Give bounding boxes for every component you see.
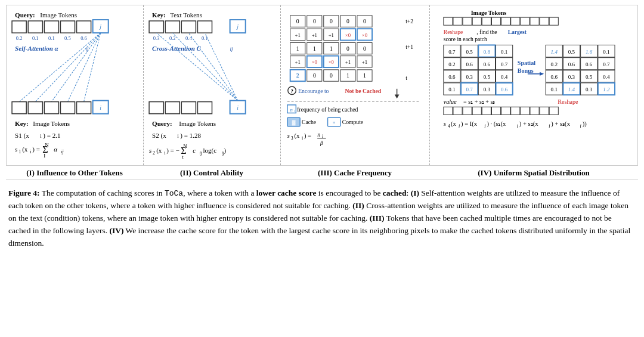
svg-text:+1: +1 [295, 32, 301, 38]
svg-text:0.6: 0.6 [448, 74, 456, 80]
svg-text:n: n [317, 131, 320, 138]
svg-text:▓: ▓ [292, 120, 296, 126]
svg-text:t+1: t+1 [405, 44, 413, 50]
svg-text:4: 4 [448, 123, 450, 129]
svg-text:Spatial: Spatial [518, 60, 535, 66]
svg-text:score in each patch: score in each patch [444, 36, 487, 42]
svg-text:i: i [237, 104, 239, 111]
svg-text:0.1: 0.1 [603, 49, 609, 55]
svg-line-17 [35, 33, 100, 101]
svg-rect-64 [197, 102, 212, 114]
svg-text:c: c [193, 147, 196, 154]
svg-text:i: i [517, 123, 518, 129]
svg-text:0: 0 [313, 18, 316, 24]
svg-text:×0: ×0 [362, 32, 368, 38]
svg-text:ij: ij [199, 150, 202, 156]
svg-text:0.6: 0.6 [551, 74, 558, 80]
svg-text:0: 0 [296, 18, 299, 24]
svg-text:Not be Cached: Not be Cached [345, 88, 382, 94]
svg-text:+1: +1 [345, 59, 351, 65]
caption-bold2: cached [383, 188, 407, 197]
svg-text:0: 0 [330, 18, 333, 24]
svg-text:0: 0 [363, 45, 366, 52]
svg-text:0.5: 0.5 [484, 74, 491, 80]
svg-rect-45 [149, 21, 163, 33]
svg-text:0: 0 [330, 72, 333, 79]
svg-text:0.6: 0.6 [466, 61, 473, 67]
svg-text:(x: (x [451, 120, 457, 128]
svg-text:Σ: Σ [42, 144, 48, 154]
svg-text:ij: ij [61, 149, 64, 154]
svg-line-18 [51, 33, 100, 101]
svg-text:t: t [405, 75, 407, 81]
section-ii-svg: Key: Text Tokens j 0.3 0.2 0.4 0.1 Cross… [146, 9, 278, 162]
svg-text:) =: ) = [304, 132, 311, 140]
svg-text:+1: +1 [312, 32, 317, 38]
svg-text:) + s₃(x: ) + s₃(x [551, 120, 570, 128]
svg-line-19 [67, 33, 100, 101]
svg-rect-176 [549, 17, 558, 25]
svg-text:ij: ij [230, 46, 234, 52]
section-iv-svg: Image Tokens Reshape , find the Largest [434, 8, 634, 163]
svg-rect-259 [511, 107, 520, 115]
svg-rect-173 [521, 17, 530, 25]
figure-number: Figure 4: [8, 188, 40, 197]
svg-rect-262 [540, 107, 549, 115]
svg-rect-21 [12, 102, 26, 114]
svg-text:) = 2.1: ) = 2.1 [43, 132, 60, 140]
svg-text:?: ? [290, 88, 293, 94]
svg-rect-171 [501, 17, 510, 25]
caption-bold3: (I) [411, 188, 419, 197]
svg-rect-174 [530, 17, 539, 25]
svg-text:+1: +1 [362, 59, 367, 65]
section-i: Query: Image Tokens j 0.2 0.1 0.1 0.5 0.… [7, 5, 144, 165]
svg-rect-255 [472, 107, 481, 115]
svg-text:+1: +1 [329, 32, 334, 38]
svg-text:0.2: 0.2 [169, 35, 176, 41]
svg-text:0.6: 0.6 [501, 86, 508, 92]
svg-text:i: i [100, 104, 101, 111]
svg-text:1: 1 [296, 45, 299, 52]
svg-text:0.2: 0.2 [448, 61, 456, 67]
svg-marker-216 [540, 72, 544, 76]
main-container: Query: Image Tokens j 0.2 0.1 0.1 0.5 0.… [0, 0, 644, 256]
svg-rect-62 [165, 102, 179, 114]
svg-text:×0: ×0 [312, 59, 318, 65]
svg-text:s: s [444, 120, 446, 127]
svg-text:s: s [15, 146, 17, 153]
svg-text:Compute: Compute [342, 119, 363, 125]
svg-text:): ) [224, 147, 227, 154]
svg-text:Text Tokens: Text Tokens [170, 11, 202, 18]
svg-text:value: value [444, 98, 457, 105]
svg-rect-165 [444, 17, 453, 25]
svg-text:) =: ) = [32, 146, 40, 153]
svg-text:frequency of being cached: frequency of being cached [297, 106, 358, 113]
svg-text:i: i [30, 149, 32, 154]
svg-line-60 [205, 33, 237, 100]
svg-text:i: i [164, 150, 166, 156]
svg-text:3: 3 [291, 135, 293, 141]
svg-text:1: 1 [18, 149, 21, 154]
svg-text:0: 0 [363, 18, 366, 24]
svg-rect-170 [491, 17, 500, 25]
svg-text:1.4: 1.4 [568, 86, 575, 92]
svg-text:S2 (x: S2 (x [152, 132, 166, 140]
svg-text:= s₁ + s₂ + s₃: = s₁ + s₂ + s₃ [463, 98, 495, 105]
svg-text:n: n [290, 107, 292, 113]
svg-rect-252 [444, 107, 453, 115]
svg-text:0.1: 0.1 [501, 49, 507, 55]
svg-text:1: 1 [313, 45, 316, 52]
svg-rect-260 [521, 107, 530, 115]
caption-text4: : [407, 188, 411, 197]
svg-text:×0: ×0 [329, 59, 335, 65]
section-i-svg: Query: Image Tokens j 0.2 0.1 0.1 0.5 0.… [9, 9, 141, 162]
svg-text:i: i [484, 123, 485, 129]
svg-text:0.5: 0.5 [466, 49, 473, 55]
caption-text1: The computation of caching scores in [40, 188, 165, 197]
svg-text:0.1: 0.1 [448, 86, 455, 92]
section-iii-svg: t+2 t+1 t 0 0 0 0 0 +1 +1 +1 [284, 8, 426, 163]
svg-text:Cache: Cache [302, 119, 316, 125]
section-ii: Key: Text Tokens j 0.3 0.2 0.4 0.1 Cross… [144, 5, 281, 165]
svg-rect-4 [44, 21, 58, 33]
svg-line-57 [156, 33, 238, 100]
